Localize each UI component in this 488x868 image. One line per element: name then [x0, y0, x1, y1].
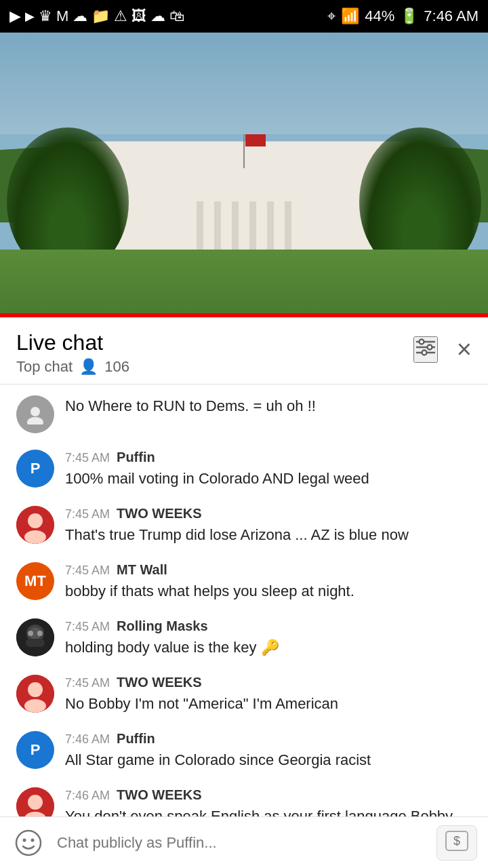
message-content: 7:45 AM TWO WEEKS That's true Trump did … [65, 506, 472, 546]
avatar [16, 506, 54, 544]
message-text: All Star game in Colorado since Georgia … [65, 749, 472, 771]
list-item: No Where to RUN to Dems. = uh oh !! [0, 384, 488, 441]
message-time: 7:45 AM [65, 451, 110, 465]
message-content: No Where to RUN to Dems. = uh oh !! [65, 395, 472, 417]
svg-point-6 [30, 407, 40, 416]
svg-point-5 [422, 351, 426, 355]
viewer-count: 106 [104, 358, 129, 376]
list-item: 7:45 AM TWO WEEKS No Bobby I'm not "Amer… [0, 667, 488, 723]
battery-text: 44% [365, 7, 394, 25]
avatar-initial: MT [24, 572, 46, 590]
status-info: ⌖ 📶 44% 🔋 7:46 AM [327, 7, 479, 25]
flag-pole [243, 134, 245, 168]
message-meta: 7:45 AM Rolling Masks [65, 618, 472, 634]
avatar [16, 675, 54, 713]
signal-icon: 📶 [341, 7, 359, 25]
warning-icon: ⚠ [114, 7, 127, 25]
message-time: 7:46 AM [65, 732, 110, 747]
avatar [16, 395, 54, 433]
svg-point-16 [37, 631, 43, 636]
message-user: Rolling Masks [117, 618, 207, 634]
cloud2-icon: ☁ [150, 7, 165, 25]
message-user: Puffin [117, 450, 155, 465]
youtube2-icon: ▶ [25, 9, 35, 24]
send-icon: $ [445, 830, 469, 856]
chat-header-left: Live chat Top chat 👤 106 [16, 330, 129, 376]
list-item: 7:45 AM TWO WEEKS That's true Trump did … [0, 498, 488, 554]
svg-point-10 [24, 530, 46, 544]
message-content: 7:46 AM Puffin All Star game in Colorado… [65, 731, 472, 771]
avatar: MT [16, 562, 54, 600]
top-chat-label[interactable]: Top chat [16, 358, 73, 376]
message-user: MT Wall [117, 562, 167, 578]
svg-point-4 [427, 345, 432, 350]
emoji-button[interactable] [11, 825, 46, 861]
video-area [0, 33, 488, 317]
message-meta: 7:46 AM TWO WEEKS [65, 787, 472, 803]
flag [245, 134, 266, 146]
crown-icon: ♛ [39, 7, 52, 25]
message-time: 7:46 AM [65, 789, 110, 803]
bag-icon: 🛍 [169, 7, 184, 25]
image-icon: 🖼 [131, 7, 146, 25]
cloud-icon: ☁ [73, 7, 87, 25]
svg-point-3 [419, 340, 424, 344]
message-user: TWO WEEKS [117, 506, 202, 521]
svg-point-24 [23, 838, 26, 842]
message-user: TWO WEEKS [117, 787, 202, 803]
svg-point-9 [28, 513, 43, 528]
filter-button[interactable] [413, 336, 438, 363]
chat-input[interactable] [57, 834, 426, 852]
chat-input-bar: $ [0, 816, 488, 868]
wifi-icon: ⌖ [327, 7, 336, 25]
message-meta: 7:45 AM TWO WEEKS [65, 506, 472, 521]
youtube-icon: ▶ [9, 7, 21, 25]
avatar: P [16, 450, 54, 488]
message-user: TWO WEEKS [117, 675, 202, 690]
message-text: 100% mail voting in Colorado AND legal w… [65, 468, 472, 490]
chat-header: Live chat Top chat 👤 106 × [0, 317, 488, 384]
time-display: 7:46 AM [424, 7, 479, 25]
svg-point-18 [28, 682, 43, 697]
message-meta: 7:45 AM Puffin [65, 450, 472, 465]
svg-text:$: $ [453, 834, 460, 848]
send-button[interactable]: $ [436, 825, 477, 861]
message-content: 7:45 AM TWO WEEKS No Bobby I'm not "Amer… [65, 675, 472, 715]
status-icons: ▶ ▶ ♛ M ☁ 📁 ⚠ 🖼 ☁ 🛍 [9, 7, 184, 25]
message-content: 7:45 AM Puffin 100% mail voting in Color… [65, 450, 472, 490]
battery-icon: 🔋 [400, 7, 418, 25]
svg-point-25 [31, 838, 35, 842]
chat-header-right: × [413, 335, 472, 364]
message-user: Puffin [117, 731, 155, 747]
svg-point-7 [27, 417, 43, 425]
svg-point-15 [28, 631, 33, 636]
message-meta: 7:45 AM TWO WEEKS [65, 675, 472, 690]
chat-subtitle: Top chat 👤 106 [16, 358, 129, 376]
message-content: 7:45 AM MT Wall bobby if thats what help… [65, 562, 472, 602]
folder-icon: 📁 [92, 7, 110, 25]
message-text: No Bobby I'm not "America" I'm American [65, 693, 472, 715]
list-item: P 7:45 AM Puffin 100% mail voting in Col… [0, 441, 488, 498]
message-time: 7:45 AM [65, 564, 110, 578]
svg-rect-14 [26, 639, 45, 647]
close-button[interactable]: × [457, 335, 472, 364]
svg-point-23 [16, 831, 41, 855]
message-text: That's true Trump did lose Arizona ... A… [65, 524, 472, 546]
mastodon-icon: M [56, 7, 68, 25]
svg-point-21 [28, 795, 43, 810]
message-meta: 7:46 AM Puffin [65, 731, 472, 747]
list-item: P 7:46 AM Puffin All Star game in Colora… [0, 723, 488, 779]
message-text: bobby if thats what helps you sleep at n… [65, 580, 472, 602]
list-item: MT 7:45 AM MT Wall bobby if thats what h… [0, 554, 488, 610]
status-bar: ▶ ▶ ♛ M ☁ 📁 ⚠ 🖼 ☁ 🛍 ⌖ 📶 44% 🔋 7:46 AM [0, 0, 488, 33]
avatar [16, 618, 54, 656]
list-item: 7:45 AM Rolling Masks holding body value… [0, 610, 488, 667]
avatar: P [16, 731, 54, 769]
people-icon: 👤 [79, 358, 98, 376]
chat-title: Live chat [16, 330, 129, 355]
message-text: holding body value is the key 🔑 [65, 637, 472, 658]
message-text: No Where to RUN to Dems. = uh oh !! [65, 395, 472, 417]
progress-bar [0, 313, 488, 317]
sky-bg [0, 33, 488, 134]
avatar-initial: P [30, 741, 41, 759]
